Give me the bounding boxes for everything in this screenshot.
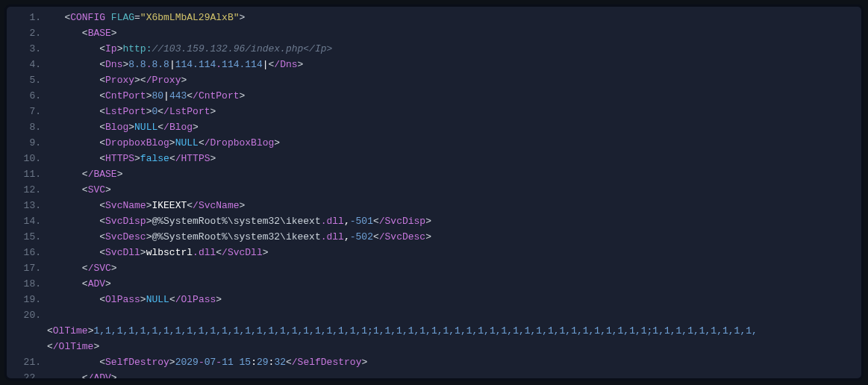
code-token: IKEEXT xyxy=(152,200,187,211)
code-token: OlPass xyxy=(105,294,140,305)
code-token: > xyxy=(239,12,245,23)
indent xyxy=(47,184,82,195)
code-content: <CONFIG FLAG="X6bmLMbAL29AlxB"> xyxy=(47,10,861,25)
line-number: 18 xyxy=(7,276,47,292)
line-number: 10 xyxy=(7,151,47,166)
code-container[interactable]: 1 <CONFIG FLAG="X6bmLMbAL29AlxB">2 <BASE… xyxy=(7,10,861,381)
code-token: -502 xyxy=(350,231,373,242)
code-line: 19 <OlPass>NULL</OlPass> xyxy=(7,292,861,307)
line-number: 2 xyxy=(7,25,47,41)
code-line: 11 </BASE> xyxy=(7,166,861,182)
code-token: < xyxy=(82,263,88,274)
code-token: < xyxy=(47,341,53,352)
code-token: /Blog xyxy=(163,122,193,133)
code-token: //103.159.132.96/index.php</Ip> xyxy=(152,43,332,54)
code-line: 2 <BASE> xyxy=(7,25,861,41)
line-number: 1 xyxy=(7,10,47,25)
code-token: < xyxy=(47,325,53,337)
code-token: > xyxy=(140,247,146,258)
code-token: > xyxy=(298,59,304,70)
code-token: /DropboxBlog xyxy=(204,137,275,148)
code-token: 1,1,1,1,1,1,1,1,1,1,1,1,1,1,1,1,1,1,1,1,… xyxy=(93,325,757,337)
code-token: /OlTime xyxy=(53,341,94,352)
code-token: CntPort xyxy=(105,90,146,101)
code-token: /CntPort xyxy=(193,90,239,101)
indent xyxy=(47,231,99,242)
code-content: <CntPort>80|443</CntPort> xyxy=(47,88,861,104)
code-token: = xyxy=(134,12,140,23)
code-content: </SVC> xyxy=(47,260,861,276)
code-content: <Ip>http://103.159.132.96/index.php</Ip> xyxy=(47,41,861,57)
code-token: wlbsctrl xyxy=(146,247,193,258)
code-token: < xyxy=(99,294,105,305)
code-token: . xyxy=(321,231,327,242)
code-token: dll xyxy=(327,216,344,227)
code-line: 20 xyxy=(7,307,861,323)
code-token: LstPort xyxy=(105,106,146,117)
indent xyxy=(47,122,99,133)
line-number: 5 xyxy=(7,72,47,88)
line-number: 16 xyxy=(7,245,47,260)
line-number: 20 xyxy=(7,307,47,323)
code-token: . xyxy=(216,59,222,70)
code-content: <HTTPS>false</HTTPS> xyxy=(47,151,861,166)
code-token: > xyxy=(105,184,111,195)
code-line: 0<OlTime>1,1,1,1,1,1,1,1,1,1,1,1,1,1,1,1… xyxy=(7,323,861,339)
code-token: , xyxy=(344,216,350,227)
indent xyxy=(47,106,99,117)
code-token: CONFIG xyxy=(70,12,111,23)
code-line: 22 </ADV> xyxy=(7,370,861,381)
code-line: 9 <DropboxBlog>NULL</DropboxBlog> xyxy=(7,135,861,151)
code-token: > xyxy=(425,216,431,227)
code-token: < xyxy=(82,372,88,381)
code-token: < xyxy=(99,231,105,242)
code-token: 29 xyxy=(257,357,269,368)
code-token: < xyxy=(99,247,105,258)
code-token: > xyxy=(117,169,123,180)
code-token: ADV xyxy=(88,278,105,289)
code-line: 6 <CntPort>80|443</CntPort> xyxy=(7,88,861,104)
code-content: <BASE> xyxy=(47,25,861,41)
indent xyxy=(47,137,99,148)
code-token: BASE xyxy=(88,28,111,39)
indent xyxy=(47,372,82,381)
code-token: > xyxy=(210,153,216,164)
code-content: <DropboxBlog>NULL</DropboxBlog> xyxy=(47,135,861,151)
code-token: 07 xyxy=(204,357,216,368)
code-token: < xyxy=(99,216,105,227)
code-content: <LstPort>0</LstPort> xyxy=(47,104,861,119)
code-token: /SelfDestroy xyxy=(292,357,362,368)
code-token: < xyxy=(99,357,105,368)
code-token: false xyxy=(140,153,169,164)
code-token: Dns xyxy=(105,59,122,70)
code-token: /Proxy xyxy=(146,75,181,86)
code-token: > xyxy=(169,137,175,148)
code-content: <SvcName>IKEEXT</SvcName> xyxy=(47,198,861,213)
code-token: NULL xyxy=(146,294,169,305)
line-number: 21 xyxy=(7,354,47,370)
code-token: >< xyxy=(134,75,146,86)
code-content: <Dns>8.8.8.8|114.114.114.114|</Dns> xyxy=(47,57,861,72)
code-token: < xyxy=(82,169,88,180)
code-token: > xyxy=(361,357,367,368)
code-line: 10 <HTTPS>false</HTTPS> xyxy=(7,151,861,166)
code-token: < xyxy=(82,28,88,39)
code-token: < xyxy=(99,122,105,133)
code-content: <ADV> xyxy=(47,276,861,292)
code-token: > xyxy=(274,137,280,148)
code-line: 5 <Proxy></Proxy> xyxy=(7,72,861,88)
code-token: 114.114 xyxy=(175,59,216,70)
code-token: "X6bmLMbAL29AlxB" xyxy=(140,12,240,23)
code-token: /HTTPS xyxy=(175,153,210,164)
code-line: 14 <SvcDisp>@%SystemRoot%\system32\ikeex… xyxy=(7,213,861,229)
code-content: <SelfDestroy>2029-07-11 15:29:32</SelfDe… xyxy=(47,354,861,370)
code-line: 21 <SelfDestroy>2029-07-11 15:29:32</Sel… xyxy=(7,354,861,370)
code-token: /SvcDisp xyxy=(379,216,425,227)
code-token: > xyxy=(425,231,431,242)
code-token: > xyxy=(240,90,246,101)
line-number: 14 xyxy=(7,213,47,229)
code-token: /SvcDesc xyxy=(379,231,425,242)
code-token: Proxy xyxy=(105,75,134,86)
indent xyxy=(47,75,99,86)
code-token: < xyxy=(99,137,105,148)
